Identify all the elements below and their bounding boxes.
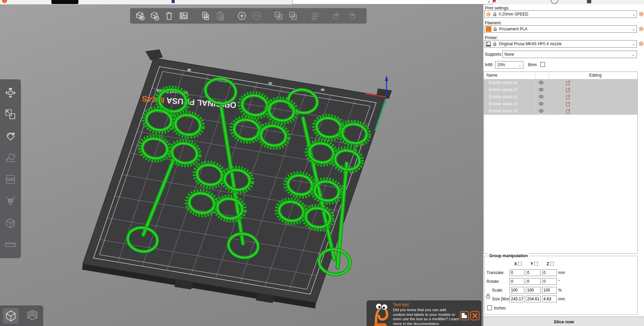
- copy-button[interactable]: [200, 11, 211, 21]
- filament-select[interactable]: Prusament PLA ⌄: [484, 25, 637, 33]
- visibility-eye-icon[interactable]: [539, 102, 544, 106]
- size-unit: mm: [558, 297, 565, 301]
- remove-instance-button[interactable]: [251, 11, 262, 21]
- edit-object-icon[interactable]: [566, 109, 570, 114]
- edit-object-icon[interactable]: [566, 80, 570, 85]
- supports-label: Supports:: [485, 52, 502, 57]
- object-name: Bubble wand.stl: [489, 109, 517, 113]
- object-row[interactable]: Bubble wand.stl: [484, 101, 637, 108]
- printer-select[interactable]: Original Prusa MK4S HF0.4 nozzle ⌄: [484, 40, 637, 48]
- paint-supports-tool-button[interactable]: [4, 195, 17, 208]
- rotate-x-input[interactable]: [510, 278, 524, 285]
- filament-gear-button[interactable]: [638, 26, 644, 32]
- move-tool-button[interactable]: [4, 86, 17, 99]
- editor-3d-view-button[interactable]: [3, 308, 19, 324]
- chevron-down-icon: ⌄: [632, 52, 635, 57]
- variable-layer-height-button[interactable]: [310, 11, 320, 21]
- scale-unit: %: [558, 288, 562, 293]
- print-settings-select[interactable]: 0.20mm SPEED ⌄: [484, 10, 637, 18]
- object-row[interactable]: Bubble wand.stl: [484, 93, 637, 101]
- rotate-z-input[interactable]: [542, 278, 557, 285]
- object-row[interactable]: Bubble wand.stl: [484, 86, 637, 93]
- add-object-button[interactable]: [135, 11, 145, 21]
- scale-z-input[interactable]: [542, 287, 557, 294]
- filament-label: Filament:: [485, 21, 501, 25]
- remove-object-button[interactable]: [149, 11, 160, 21]
- translate-x-input[interactable]: [510, 269, 524, 276]
- supports-value: None: [504, 52, 514, 57]
- infill-value: 15%: [497, 62, 505, 67]
- lock-icon: [493, 27, 497, 31]
- svg-text:P: P: [293, 15, 295, 19]
- add-instance-button[interactable]: [237, 11, 247, 21]
- printer-gear-button[interactable]: [638, 41, 644, 47]
- bed-screw: [321, 88, 325, 91]
- slice-now-label: Slice now: [554, 319, 574, 324]
- size-y-input[interactable]: [526, 296, 541, 302]
- lock-icon: [493, 12, 497, 17]
- infill-select[interactable]: 15% ⌄: [495, 61, 523, 69]
- edit-object-icon[interactable]: [566, 94, 570, 100]
- axis-header-x: X: [514, 262, 522, 266]
- notification-toast: Text tool Did you know that you can add …: [367, 300, 481, 326]
- undo-button[interactable]: [332, 11, 342, 21]
- close-notification-button[interactable]: [470, 311, 479, 320]
- app-tab[interactable]: [51, 0, 78, 4]
- viewport-3d[interactable]: by Josef Prusa ORIGINAL PRUSA MK4S: [0, 0, 483, 326]
- redo-button[interactable]: [346, 11, 357, 21]
- object-list: Name Editing Bubble wand.stl Bubble wand…: [484, 72, 638, 254]
- paste-button[interactable]: [215, 11, 225, 21]
- printer-value: Original Prusa MK4S HF0.4 nozzle: [499, 42, 562, 46]
- object-row[interactable]: Bubble wand.stl: [484, 108, 637, 115]
- size-z-input[interactable]: [542, 296, 557, 302]
- slice-now-button[interactable]: Slice now: [484, 317, 644, 326]
- cut-tool-button[interactable]: [4, 173, 17, 186]
- view-switcher: [0, 305, 43, 326]
- documentation-button[interactable]: i: [460, 311, 469, 320]
- scale-tool-button[interactable]: [4, 108, 17, 121]
- object-row[interactable]: Bubble wand.stl: [484, 79, 637, 86]
- profile-gear-icon: [486, 12, 491, 17]
- axis-header-y: Y: [530, 262, 538, 266]
- visibility-eye-icon[interactable]: [539, 87, 544, 92]
- print-settings-gear-button[interactable]: [638, 11, 644, 17]
- uniform-scale-lock-icon[interactable]: [486, 293, 490, 299]
- visibility-eye-icon[interactable]: [539, 80, 544, 85]
- rotate-tool-button[interactable]: [4, 130, 17, 143]
- menu-icon: [172, 0, 175, 3]
- visibility-eye-icon[interactable]: [539, 94, 544, 99]
- column-header-editing: Editing: [572, 73, 619, 78]
- notification-body: Did you know that you can add custom tex…: [393, 308, 459, 326]
- bed-screw: [187, 69, 191, 71]
- split-to-parts-button[interactable]: P: [288, 11, 298, 21]
- bed-screw: [268, 82, 272, 85]
- search-input[interactable]: ▾: [292, 0, 493, 4]
- delete-all-button[interactable]: [164, 11, 174, 21]
- rotate-y-input[interactable]: [526, 278, 541, 285]
- split-to-objects-button[interactable]: 0: [273, 11, 284, 21]
- prusaslicer-window: by Josef Prusa ORIGINAL PRUSA MK4S: [0, 0, 644, 326]
- inches-checkbox[interactable]: [487, 305, 492, 310]
- gizmo-toolbar: [0, 79, 21, 258]
- visibility-eye-icon[interactable]: [539, 109, 544, 113]
- scale-x-input[interactable]: [510, 287, 524, 294]
- scale-y-input[interactable]: [526, 287, 541, 294]
- translate-y-input[interactable]: [526, 269, 541, 276]
- chevron-down-icon: ⌄: [632, 12, 635, 17]
- edit-object-icon[interactable]: [566, 87, 570, 92]
- preview-layers-button[interactable]: [25, 308, 40, 324]
- clippy-mascot-icon: [369, 301, 392, 326]
- place-on-face-tool-button[interactable]: [4, 152, 17, 164]
- inches-label: Inches: [494, 306, 506, 310]
- brim-checkbox[interactable]: [540, 62, 545, 67]
- translate-label: Translate:: [487, 270, 504, 275]
- object-name: Bubble wand.stl: [489, 80, 517, 85]
- measure-tool-button[interactable]: [4, 238, 17, 251]
- arrange-button[interactable]: [178, 11, 189, 21]
- supports-select[interactable]: None ⌄: [502, 51, 637, 58]
- text-tool-button[interactable]: [4, 217, 17, 229]
- edit-object-icon[interactable]: [566, 102, 570, 107]
- chevron-down-icon: ⌄: [632, 42, 635, 46]
- size-x-input[interactable]: [510, 296, 524, 302]
- translate-z-input[interactable]: [542, 269, 557, 276]
